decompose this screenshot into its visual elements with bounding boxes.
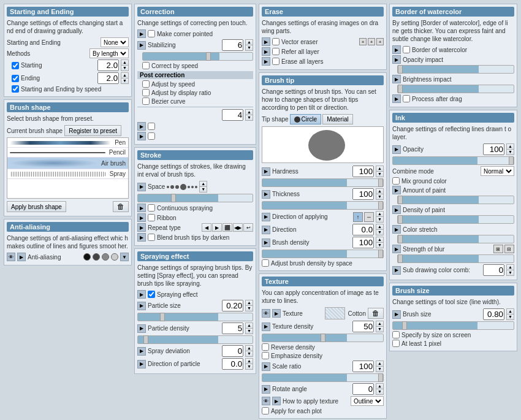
particle-size-stepper[interactable]: ▲▼ <box>245 300 253 311</box>
how-apply-icon[interactable]: ▶ <box>272 397 281 405</box>
particle-density-slider[interactable] <box>137 335 253 344</box>
combine-select[interactable]: Normal <box>481 166 514 176</box>
arrow-icon[interactable]: ▶ <box>17 253 26 261</box>
how-apply-select[interactable]: Outline <box>351 396 384 406</box>
eraser-icon-1[interactable]: + <box>359 38 367 45</box>
play-btn-1[interactable]: ◀ <box>202 223 211 232</box>
particle-size-icon[interactable]: ▶ <box>137 302 146 310</box>
repeat-icon[interactable]: ▶ <box>137 223 146 232</box>
ending-checkbox[interactable] <box>12 75 19 82</box>
brush-size-icon[interactable]: ▶ <box>392 310 401 319</box>
border-eye[interactable]: ▶ <box>392 45 401 54</box>
opacity-slider[interactable] <box>397 65 514 74</box>
refer-icon[interactable]: ▶ <box>262 47 270 56</box>
particle-size-slider[interactable] <box>137 313 253 321</box>
opacity-stepper[interactable]: ▲▼ <box>506 143 514 155</box>
particle-size-value[interactable] <box>222 300 243 311</box>
apply-brush-button[interactable]: Apply brush shape <box>7 201 66 212</box>
make-corner-icon[interactable]: ▶ <box>137 29 146 38</box>
opacity-impact-icon[interactable]: ▶ <box>392 55 401 64</box>
ribbon-checkbox[interactable] <box>148 214 155 221</box>
play-btn-2[interactable]: ▶ <box>212 223 222 232</box>
density-stepper[interactable]: ▲▼ <box>376 237 384 248</box>
spray-dev-stepper[interactable]: ▲▼ <box>245 345 253 357</box>
hardness-value[interactable] <box>352 166 374 177</box>
density-icon[interactable]: ▶ <box>262 239 270 247</box>
eye-icon[interactable]: 👁 <box>7 253 15 261</box>
erase-layers-icon[interactable]: ▶ <box>262 57 270 66</box>
how-apply-eye[interactable]: 👁 <box>262 397 270 405</box>
dropdown-icon[interactable]: ▼ <box>120 253 129 261</box>
continuous-icon[interactable]: ▶ <box>137 204 146 212</box>
scale-value[interactable] <box>352 361 374 372</box>
dir-apply-stepper[interactable]: ▲▼ <box>376 211 384 223</box>
color-stretch-icon[interactable]: ▶ <box>392 225 401 234</box>
texture-trash-btn[interactable]: 🗑 <box>368 308 384 319</box>
dot-black[interactable] <box>83 253 91 261</box>
eraser-icon-3[interactable]: + <box>376 38 384 45</box>
continuous-checkbox[interactable] <box>148 204 155 212</box>
play-btn-5[interactable]: ↩ <box>243 223 253 232</box>
emphasize-checkbox[interactable] <box>262 352 269 359</box>
adjust-speed-checkbox[interactable] <box>142 80 150 88</box>
dir-particle-value[interactable] <box>222 358 243 370</box>
brightness-icon[interactable]: ▶ <box>392 75 401 83</box>
blend-icon[interactable]: ▶ <box>137 233 146 242</box>
dir-particle-stepper[interactable]: ▲▼ <box>245 358 253 370</box>
stabilizing-slider[interactable] <box>142 52 253 61</box>
strength-slider[interactable] <box>397 254 514 263</box>
brush-size-slider[interactable] <box>392 321 514 330</box>
spray-dev-icon[interactable]: ▶ <box>137 347 146 356</box>
brush-stroke-stepper[interactable]: ▲▼ <box>245 109 253 121</box>
texture-icon[interactable]: ▶ <box>272 309 281 318</box>
vector-magnet-checkbox[interactable] <box>148 132 155 140</box>
tex-density-stepper[interactable]: ▲▼ <box>376 321 384 332</box>
dot-dark[interactable] <box>93 253 100 261</box>
adjust-brush-checkbox[interactable] <box>262 259 269 267</box>
sub-drawing-stepper[interactable]: ▲▼ <box>506 264 514 276</box>
brightness-range[interactable] <box>397 85 514 93</box>
brush-item-pen[interactable]: Pen <box>7 138 128 148</box>
at-least-checkbox[interactable] <box>392 340 400 347</box>
refer-checkbox[interactable] <box>272 48 280 55</box>
tex-density-value[interactable] <box>352 321 374 332</box>
eraser-icon-2[interactable]: + <box>368 38 375 45</box>
sub-drawing-icon[interactable]: ▶ <box>392 266 401 275</box>
rotate-value[interactable] <box>352 383 374 395</box>
dir-applying-icon[interactable]: ▶ <box>262 213 270 221</box>
starting-ending-select[interactable]: None <box>101 37 129 47</box>
stabilizing-icon[interactable]: ▶ <box>137 41 146 50</box>
hardness-slider[interactable] <box>262 178 384 187</box>
magnet-icon[interactable]: ▶ <box>137 132 146 140</box>
spray-dev-value[interactable] <box>222 345 243 357</box>
density-slider[interactable] <box>262 250 384 258</box>
specify-checkbox[interactable] <box>392 331 400 338</box>
able-snap-checkbox[interactable] <box>148 123 155 130</box>
density-value[interactable] <box>352 237 374 248</box>
brush-stroke-value[interactable] <box>222 109 243 121</box>
adjust-display-checkbox[interactable] <box>142 89 150 96</box>
tex-density-icon[interactable]: ▶ <box>262 323 270 331</box>
process-icon[interactable]: ▶ <box>392 94 401 103</box>
direction-icon[interactable]: ▶ <box>262 226 270 234</box>
scale-slider[interactable] <box>262 373 384 382</box>
apply-each-checkbox[interactable] <box>262 407 269 414</box>
thickness-slider[interactable] <box>262 201 384 210</box>
str-btn-2[interactable]: ⊟ <box>504 245 514 253</box>
correct-speed-checkbox[interactable] <box>142 62 150 69</box>
vector-eraser-icon[interactable]: ▶ <box>262 37 270 46</box>
dir-btn-2[interactable]: ↔ <box>364 212 374 222</box>
starting-value[interactable] <box>97 59 119 71</box>
space-stepper[interactable]: ▲▼ <box>199 181 207 193</box>
rotate-icon[interactable]: ▶ <box>262 385 270 394</box>
brush-size-stepper[interactable]: ▲▼ <box>506 308 514 320</box>
play-btn-3[interactable]: ⬛ <box>222 223 232 232</box>
particle-density-stepper[interactable]: ▲▼ <box>245 323 253 334</box>
scale-icon[interactable]: ▶ <box>262 362 270 371</box>
spraying-checkbox[interactable] <box>148 291 155 298</box>
scale-stepper[interactable]: ▲▼ <box>376 361 384 372</box>
material-btn[interactable]: Material <box>322 114 353 124</box>
dot-light[interactable] <box>111 253 118 261</box>
strength-icon[interactable]: ▶ <box>392 245 401 253</box>
particle-density-icon[interactable]: ▶ <box>137 324 146 333</box>
